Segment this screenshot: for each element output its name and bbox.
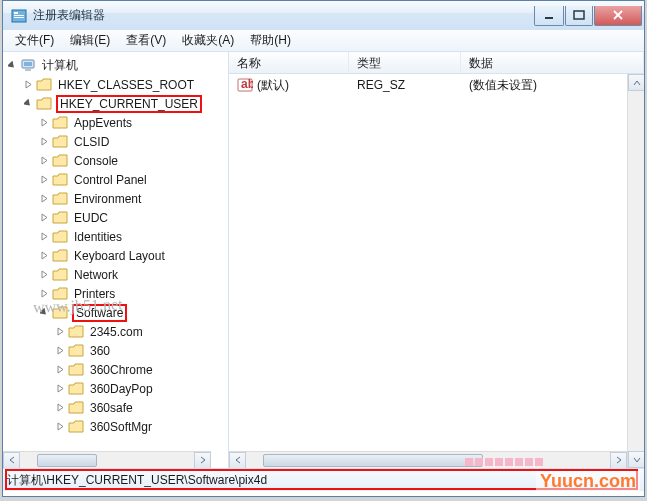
tree-label: 360safe [88, 400, 135, 416]
expand-icon[interactable] [39, 269, 50, 280]
tree-node-console[interactable]: Console [39, 151, 228, 170]
tree-node-hkcu[interactable]: HKEY_CURRENT_USER [23, 94, 228, 113]
statusbar: 计算机\HKEY_CURRENT_USER\Software\pix4d [3, 468, 644, 491]
svg-rect-8 [25, 69, 31, 71]
tree-node-360daypop[interactable]: 360DayPop [55, 379, 228, 398]
tree-node-network[interactable]: Network [39, 265, 228, 284]
expand-icon[interactable] [39, 231, 50, 242]
column-header-type[interactable]: 类型 [349, 52, 461, 73]
expand-icon[interactable] [39, 174, 50, 185]
status-path: 计算机\HKEY_CURRENT_USER\Software\pix4d [7, 472, 267, 489]
tree-scrollbar-h[interactable] [3, 451, 211, 468]
tree-node-appevents[interactable]: AppEvents [39, 113, 228, 132]
expand-icon[interactable] [55, 364, 66, 375]
tree-node-controlpanel[interactable]: Control Panel [39, 170, 228, 189]
tree-node-software[interactable]: Software [39, 303, 228, 322]
folder-icon [52, 135, 68, 149]
expand-icon[interactable] [39, 193, 50, 204]
expand-icon[interactable] [55, 326, 66, 337]
maximize-button[interactable] [565, 6, 593, 26]
svg-rect-4 [545, 17, 553, 19]
tree-label: Keyboard Layout [72, 248, 167, 264]
tree-node-identities[interactable]: Identities [39, 227, 228, 246]
expand-icon[interactable] [55, 421, 66, 432]
tree-node-eudc[interactable]: EUDC [39, 208, 228, 227]
collapse-icon[interactable] [23, 98, 34, 109]
scroll-down-icon[interactable] [628, 451, 644, 468]
expand-icon[interactable] [55, 383, 66, 394]
expand-icon[interactable] [55, 402, 66, 413]
menu-file[interactable]: 文件(F) [7, 30, 62, 51]
list-body[interactable]: ab (默认) REG_SZ (数值未设置) [229, 74, 644, 96]
collapse-icon[interactable] [39, 307, 50, 318]
scroll-right-icon[interactable] [610, 452, 627, 469]
menu-view[interactable]: 查看(V) [118, 30, 174, 51]
tree-label: Console [72, 153, 120, 169]
tree-label: 360DayPop [88, 381, 155, 397]
tree-node-hkcr[interactable]: HKEY_CLASSES_ROOT [23, 75, 228, 94]
expand-icon[interactable] [39, 155, 50, 166]
folder-icon [52, 116, 68, 130]
expand-icon[interactable] [55, 345, 66, 356]
cell-data: (数值未设置) [461, 76, 644, 95]
menu-edit[interactable]: 编辑(E) [62, 30, 118, 51]
tree-node-2345[interactable]: 2345.com [55, 322, 228, 341]
column-header-name[interactable]: 名称 [229, 52, 349, 73]
registry-tree[interactable]: 计算机 HKEY_CLASSES_ROOT HKEY_CURRENT_USER … [3, 52, 228, 440]
titlebar[interactable]: 注册表编辑器 [3, 0, 644, 30]
scroll-left-icon[interactable] [229, 452, 246, 469]
list-scrollbar-v[interactable] [627, 74, 644, 468]
folder-icon [68, 382, 84, 396]
scrollbar-thumb[interactable] [37, 454, 97, 467]
value-name: (默认) [257, 77, 289, 94]
tree-node-keyboard[interactable]: Keyboard Layout [39, 246, 228, 265]
svg-rect-1 [14, 12, 18, 14]
menubar: 文件(F) 编辑(E) 查看(V) 收藏夹(A) 帮助(H) [3, 30, 644, 52]
column-header-data[interactable]: 数据 [461, 52, 644, 73]
scroll-right-icon[interactable] [194, 452, 211, 469]
folder-icon [52, 230, 68, 244]
scroll-left-icon[interactable] [3, 452, 20, 469]
expand-icon[interactable] [39, 136, 50, 147]
content-area: 计算机 HKEY_CLASSES_ROOT HKEY_CURRENT_USER … [3, 52, 644, 468]
tree-node-computer[interactable]: 计算机 [7, 56, 228, 75]
tree-label: HKEY_CLASSES_ROOT [56, 77, 196, 93]
registry-editor-window: 注册表编辑器 文件(F) 编辑(E) 查看(V) 收藏夹(A) 帮助(H) 计算… [2, 0, 645, 497]
expand-icon[interactable] [23, 79, 34, 90]
svg-rect-2 [14, 15, 24, 16]
tree-label: Identities [72, 229, 124, 245]
collapse-icon[interactable] [7, 60, 18, 71]
computer-icon [20, 59, 36, 73]
tree-label: Software [72, 304, 127, 322]
tree-node-360safe[interactable]: 360safe [55, 398, 228, 417]
folder-icon [68, 363, 84, 377]
menu-help[interactable]: 帮助(H) [242, 30, 299, 51]
tree-label: Printers [72, 286, 117, 302]
list-scrollbar-h[interactable] [229, 451, 627, 468]
minimize-button[interactable] [534, 6, 564, 26]
scrollbar-thumb[interactable] [263, 454, 483, 467]
expand-icon[interactable] [39, 212, 50, 223]
expand-icon[interactable] [39, 288, 50, 299]
expand-icon[interactable] [39, 117, 50, 128]
tree-node-environment[interactable]: Environment [39, 189, 228, 208]
tree-label: CLSID [72, 134, 111, 150]
expand-icon[interactable] [39, 250, 50, 261]
string-value-icon: ab [237, 78, 253, 92]
tree-label: Control Panel [72, 172, 149, 188]
folder-icon [52, 173, 68, 187]
tree-label: 2345.com [88, 324, 145, 340]
tree-node-printers[interactable]: Printers [39, 284, 228, 303]
tree-node-360chrome[interactable]: 360Chrome [55, 360, 228, 379]
close-button[interactable] [594, 6, 642, 26]
folder-icon [36, 97, 52, 111]
menu-favorites[interactable]: 收藏夹(A) [174, 30, 242, 51]
tree-node-clsid[interactable]: CLSID [39, 132, 228, 151]
tree-node-360[interactable]: 360 [55, 341, 228, 360]
tree-pane: 计算机 HKEY_CLASSES_ROOT HKEY_CURRENT_USER … [3, 52, 229, 468]
tree-node-360softmgr[interactable]: 360SoftMgr [55, 417, 228, 436]
scroll-up-icon[interactable] [628, 74, 644, 91]
folder-icon [68, 325, 84, 339]
list-row[interactable]: ab (默认) REG_SZ (数值未设置) [229, 76, 644, 94]
svg-rect-7 [24, 62, 32, 66]
